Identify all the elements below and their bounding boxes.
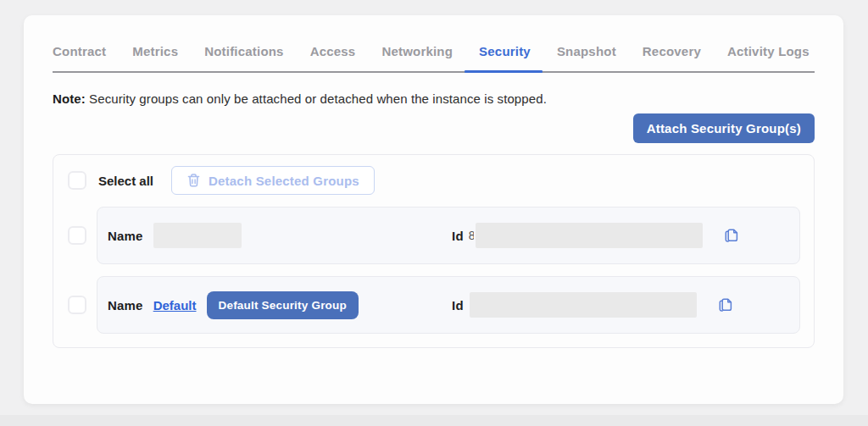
security-group-row-default: Name Default Default Security Group Id xyxy=(68,276,800,334)
redacted-name-value xyxy=(153,223,242,248)
detach-button-label: Detach Selected Groups xyxy=(209,174,359,188)
security-groups-panel: Select all Detach Selected Groups xyxy=(53,154,815,348)
tab-access[interactable]: Access xyxy=(310,44,356,71)
row-checkbox[interactable] xyxy=(68,296,86,314)
id-label: Id xyxy=(452,298,464,313)
copy-id-button[interactable] xyxy=(717,296,734,314)
tab-networking[interactable]: Networking xyxy=(381,44,453,71)
detach-selected-groups-button[interactable]: Detach Selected Groups xyxy=(171,166,375,195)
next-section-edge xyxy=(0,415,868,426)
default-security-group-badge: Default Security Group xyxy=(207,291,359,319)
tab-security[interactable]: Security xyxy=(479,44,531,71)
security-group-card: Name Default Default Security Group Id xyxy=(97,276,800,334)
name-label: Name xyxy=(108,298,143,313)
row-checkbox[interactable] xyxy=(68,226,86,245)
note-text: Note: Security groups can only be attach… xyxy=(53,91,815,106)
security-group-row: Name Id 8 xyxy=(68,207,800,264)
note-label: Note: xyxy=(53,91,86,106)
id-visible-prefix: 8 xyxy=(469,229,474,242)
copy-icon xyxy=(717,304,734,317)
tab-recovery[interactable]: Recovery xyxy=(643,44,701,71)
id-label: Id xyxy=(452,229,464,243)
redacted-id-value xyxy=(476,223,703,248)
security-group-card: Name Id 8 xyxy=(97,207,800,264)
copy-id-button[interactable] xyxy=(723,226,740,245)
name-label: Name xyxy=(108,229,143,243)
tab-metrics[interactable]: Metrics xyxy=(132,44,178,71)
attach-security-group-button[interactable]: Attach Security Group(s) xyxy=(633,113,815,143)
default-group-link[interactable]: Default xyxy=(153,298,197,313)
tab-contract[interactable]: Contract xyxy=(53,44,106,71)
tab-activity-logs[interactable]: Activity Logs xyxy=(727,44,810,71)
redacted-id-value xyxy=(470,292,697,318)
tab-bar: Contract Metrics Notifications Access Ne… xyxy=(53,44,815,73)
tab-notifications[interactable]: Notifications xyxy=(204,44,283,71)
note-body: Security groups can only be attached or … xyxy=(86,91,547,106)
trash-icon xyxy=(186,173,201,188)
copy-icon xyxy=(723,235,740,247)
tab-snapshot[interactable]: Snapshot xyxy=(557,44,616,71)
security-settings-card: Contract Metrics Notifications Access Ne… xyxy=(24,15,843,404)
select-all-checkbox[interactable] xyxy=(68,171,86,190)
select-all-label: Select all xyxy=(98,174,153,188)
